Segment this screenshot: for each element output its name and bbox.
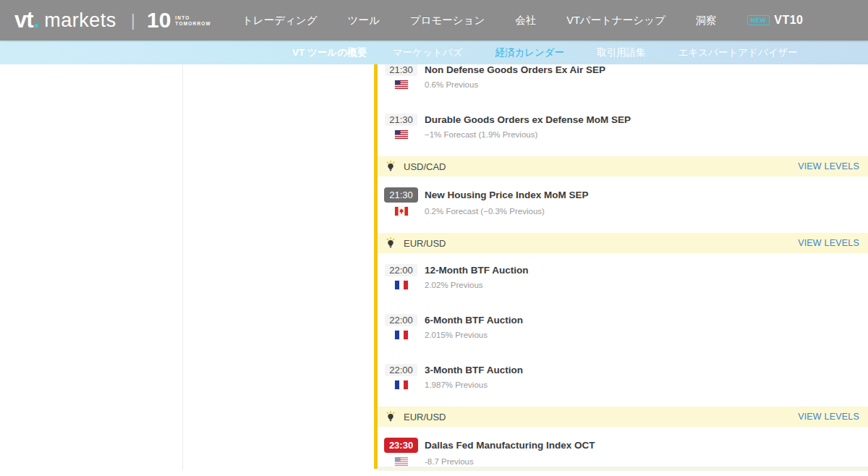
event-time: 21:30	[384, 187, 418, 203]
event-row[interactable]: 23:30 Dallas Fed Manufacturing Index OCT…	[378, 438, 868, 467]
new-badge: NEW	[747, 15, 770, 25]
event-row[interactable]: 22:00 12-Month BTF Auction 2.02% Previou…	[378, 264, 868, 290]
event-row[interactable]: 22:00 6-Month BTF Auction 2.015% Previou…	[378, 314, 868, 340]
pair-label: EUR/USD	[404, 412, 446, 422]
economic-calendar: 21:30 Non Defense Goods Orders Ex Air SE…	[374, 0, 868, 476]
header-nav-item-0[interactable]: トレーディング	[242, 14, 318, 27]
flag-us-icon	[395, 80, 408, 89]
event-detail: 0.2% Forecast (−0.3% Previous)	[425, 207, 545, 216]
event-detail: 1.987% Previous	[425, 381, 488, 389]
view-levels-link[interactable]: VIEW LEVELS	[798, 161, 859, 171]
event-row[interactable]: 21:30 New Housing Price Index MoM SEP 0.…	[378, 187, 868, 216]
top-header: vt. markets | 10 INTO TOMORROW トレーディングツー…	[0, 0, 868, 41]
event-row[interactable]: 21:30 Durable Goods Orders ex Defense Mo…	[378, 114, 868, 140]
lightbulb-icon	[386, 237, 396, 249]
event-time: 21:30	[385, 64, 417, 76]
subnav-tabs: マーケットバズ経済カレンダー取引用語集エキスパートアドバイザー	[393, 41, 798, 64]
flag-fr-icon	[395, 381, 408, 389]
header-nav-item-4[interactable]: VTパートナーシップ	[566, 14, 665, 27]
logo-dot: .	[34, 7, 41, 33]
ten-logo: 10	[147, 8, 171, 33]
event-row[interactable]: 22:00 3-Month BTF Auction 1.987% Previou…	[378, 364, 868, 390]
subnav-tab-1[interactable]: 経済カレンダー	[495, 46, 564, 59]
currency-pair-header: EUR/USD VIEW LEVELS	[378, 233, 868, 253]
header-nav-item-2[interactable]: プロモーション	[410, 14, 485, 27]
flag-fr-icon	[395, 331, 408, 339]
timeline-gold-bar	[374, 33, 378, 469]
logo-brand: vt	[14, 7, 33, 33]
header-nav: トレーディングツールプロモーション会社VTパートナーシップ洞察 NEW VT10	[242, 0, 803, 41]
event-detail: −1% Forecast (1.9% Previous)	[425, 130, 537, 139]
lightbulb-icon	[386, 411, 396, 422]
pair-label: EUR/USD	[404, 238, 446, 249]
nav-item-vt10[interactable]: NEW VT10	[747, 14, 804, 27]
event-detail: 0.6% Previous	[425, 80, 478, 89]
event-time: 21:30	[385, 114, 417, 126]
event-row[interactable]: 21:30 Non Defense Goods Orders Ex Air SE…	[378, 64, 868, 90]
flag-ca-icon	[395, 207, 408, 216]
event-time: 23:30	[384, 438, 418, 453]
logo-name: markets	[44, 9, 116, 32]
event-time: 22:00	[385, 314, 417, 326]
tools-subnav: VT ツールの概要 マーケットバズ経済カレンダー取引用語集エキスパートアドバイザ…	[0, 41, 868, 64]
ten-tagline: INTO TOMORROW	[175, 15, 211, 27]
currency-pair-header: USD/CAD VIEW LEVELS	[378, 156, 868, 177]
logo-separator: |	[131, 10, 135, 30]
subnav-tab-2[interactable]: 取引用語集	[597, 46, 646, 59]
event-title: 6-Month BTF Auction	[425, 315, 523, 326]
event-title: Dallas Fed Manufacturing Index OCT	[425, 440, 595, 451]
currency-pair-header: EUR/USD VIEW LEVELS	[378, 407, 868, 427]
event-title: New Housing Price Index MoM SEP	[425, 190, 589, 200]
nav-items: トレーディングツールプロモーション会社VTパートナーシップ洞察	[242, 14, 717, 27]
view-levels-link[interactable]: VIEW LEVELS	[798, 412, 859, 422]
event-title: Non Defense Goods Orders Ex Air SEP	[425, 64, 605, 75]
flag-fr-icon	[395, 281, 408, 289]
view-levels-link[interactable]: VIEW LEVELS	[798, 238, 859, 248]
event-detail: 2.02% Previous	[425, 281, 483, 289]
calendar-events: 21:30 Non Defense Goods Orders Ex Air SE…	[378, 0, 868, 467]
flag-us-icon	[395, 130, 408, 139]
event-title: 12-Month BTF Auction	[425, 265, 528, 276]
tools-overview-label[interactable]: VT ツールの概要	[246, 41, 367, 64]
pair-label: USD/CAD	[404, 161, 446, 172]
event-title: 3-Month BTF Auction	[425, 365, 523, 375]
event-time: 22:00	[385, 264, 417, 276]
header-nav-item-3[interactable]: 会社	[515, 14, 536, 27]
page: vt. markets | 10 INTO TOMORROW トレーディングツー…	[0, 0, 868, 476]
lightbulb-icon	[386, 161, 396, 172]
flag-us-icon	[395, 457, 408, 466]
event-detail: 2.015% Previous	[425, 331, 488, 339]
vt10-label: VT10	[774, 14, 803, 27]
left-column-divider	[182, 64, 183, 470]
header-nav-item-1[interactable]: ツール	[348, 14, 380, 27]
vt-markets-logo[interactable]: vt. markets | 10 INTO TOMORROW	[14, 7, 211, 33]
event-title: Durable Goods Orders ex Defense MoM SEP	[425, 114, 631, 125]
next-section-strip	[378, 467, 868, 471]
subnav-tab-3[interactable]: エキスパートアドバイザー	[678, 46, 798, 59]
subnav-tab-0[interactable]: マーケットバズ	[393, 46, 462, 59]
event-time: 22:00	[385, 364, 417, 376]
header-nav-item-5[interactable]: 洞察	[696, 14, 717, 27]
event-detail: -8.7 Previous	[425, 457, 474, 466]
